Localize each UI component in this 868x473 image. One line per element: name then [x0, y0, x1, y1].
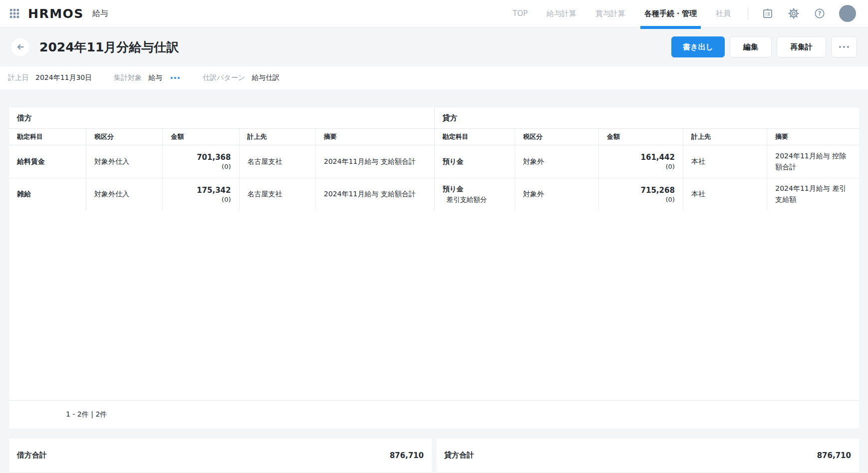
tax-class-cell: 対象外仕入 — [86, 145, 163, 178]
debit-total-amount: 876,710 — [390, 451, 424, 460]
journal-meta-bar: 計上日 2024年11月30日 集計対象 給与 仕訳パターン 給与仕訳 — [0, 66, 868, 89]
credit-total-card: 貸方合計 876,710 — [436, 439, 859, 472]
aggregation-target-group: 集計対象 給与 — [114, 73, 181, 82]
journal-pattern-group: 仕訳パターン 給与仕訳 — [203, 73, 280, 82]
page-header: 2024年11月分給与仕訳 書き出し 編集 再集計 — [0, 27, 868, 66]
more-actions-button[interactable] — [831, 36, 857, 57]
debit-row-2: 雑給 対象外仕入 175,342 (0) 名古屋支社 2024年11月給与 支給… — [9, 178, 434, 210]
column-header-location: 計上先 — [683, 129, 767, 145]
top-navigation: HRMOS 給与 TOP 給与計算 賞与計算 各種手続・管理 社員 — [0, 0, 868, 27]
amount-cell: 161,442 (0) — [599, 145, 683, 178]
journal-pattern-value: 給与仕訳 — [252, 73, 280, 82]
amount-cell: 175,342 (0) — [163, 178, 239, 210]
credit-row-1: 預り金 対象外 161,442 (0) 本社 2024年11月給与 控除額合計 — [435, 145, 860, 178]
journal-card: 借方 勘定科目 税区分 金額 計上先 摘要 給料賃金 対象外仕入 701,368… — [9, 107, 859, 429]
summary-cell: 2024年11月給与 差引支給額 — [767, 178, 859, 210]
totals-footer: 借方合計 876,710 貸方合計 876,710 — [9, 439, 859, 472]
location-cell: 本社 — [683, 178, 767, 210]
column-header-location: 計上先 — [240, 129, 316, 145]
pagination-bar: 1 - 2件 | 2件 — [9, 400, 859, 429]
primary-nav: TOP 給与計算 賞与計算 各種手続・管理 社員 — [513, 0, 731, 27]
location-cell: 名古屋支社 — [240, 145, 316, 178]
location-cell: 本社 — [683, 145, 767, 178]
column-header-tax-class: 税区分 — [86, 129, 163, 145]
pagination-count: 1 - 2件 | 2件 — [66, 410, 107, 419]
aggregation-target-label: 集計対象 — [114, 73, 142, 82]
account-cell: 預り金 差引支給額分 — [435, 178, 516, 210]
tax-class-cell: 対象外仕入 — [86, 178, 163, 210]
summary-cell: 2024年11月給与 控除額合計 — [767, 145, 859, 178]
brand-logo[interactable]: HRMOS 給与 — [28, 6, 108, 21]
credit-row-2: 預り金 差引支給額分 対象外 715,268 (0) 本社 2024年11月給与… — [435, 178, 860, 210]
debit-row-1: 給料賃金 対象外仕入 701,368 (0) 名古屋支社 2024年11月給与 … — [9, 145, 434, 178]
recalculate-button[interactable]: 再集計 — [777, 36, 826, 57]
nav-item-bonus-calc[interactable]: 賞与計算 — [595, 0, 625, 27]
location-cell: 名古屋支社 — [240, 178, 316, 210]
journal-pattern-label: 仕訳パターン — [203, 73, 245, 82]
summary-cell: 2024年11月給与 支給額合計 — [316, 145, 434, 178]
column-header-amount: 金額 — [163, 129, 239, 145]
tax-class-cell: 対象外 — [515, 178, 599, 210]
app-grid-icon[interactable] — [8, 7, 21, 20]
posting-date-label: 計上日 — [8, 73, 29, 82]
nav-item-payroll-calc[interactable]: 給与計算 — [547, 0, 577, 27]
credit-column-headers: 勘定科目 税区分 金額 計上先 摘要 — [435, 129, 860, 145]
logo-text: HRMOS — [28, 6, 84, 21]
tax-class-cell: 対象外 — [515, 145, 599, 178]
aggregation-target-more-icon[interactable] — [170, 75, 181, 81]
nav-item-employees[interactable]: 社員 — [716, 0, 731, 27]
edit-button[interactable]: 編集 — [730, 36, 772, 57]
product-name: 給与 — [92, 8, 108, 19]
header-actions: 書き出し 編集 再集計 — [671, 36, 857, 57]
debit-column-headers: 勘定科目 税区分 金額 計上先 摘要 — [9, 129, 434, 145]
ellipsis-icon — [839, 46, 841, 48]
nav-item-procedures-management[interactable]: 各種手続・管理 — [644, 0, 697, 27]
settings-gear-icon[interactable] — [787, 7, 800, 20]
column-header-account: 勘定科目 — [9, 129, 86, 145]
nav-item-top[interactable]: TOP — [513, 0, 528, 27]
svg-text:?: ? — [818, 10, 822, 17]
column-header-amount: 金額 — [599, 129, 683, 145]
nav-utilities: ? — [748, 5, 856, 22]
column-header-account: 勘定科目 — [435, 129, 516, 145]
column-header-tax-class: 税区分 — [515, 129, 599, 145]
debit-total-label: 借方合計 — [17, 451, 47, 460]
credit-total-amount: 876,710 — [817, 451, 851, 460]
account-cell: 預り金 — [435, 145, 516, 178]
aggregation-target-value: 給与 — [148, 73, 162, 82]
credit-group-header: 貸方 — [435, 107, 860, 129]
nav-divider — [748, 7, 748, 19]
summary-cell: 2024年11月給与 支給額合計 — [316, 178, 434, 210]
credit-total-label: 貸方合計 — [444, 451, 474, 460]
credit-table: 貸方 勘定科目 税区分 金額 計上先 摘要 預り金 対象外 161,442 (0… — [434, 107, 860, 210]
amount-cell: 715,268 (0) — [599, 178, 683, 210]
amount-cell: 701,368 (0) — [163, 145, 239, 178]
export-button[interactable]: 書き出し — [671, 36, 725, 57]
debit-table: 借方 勘定科目 税区分 金額 計上先 摘要 給料賃金 対象外仕入 701,368… — [9, 107, 434, 210]
page-title: 2024年11月分給与仕訳 — [39, 39, 179, 55]
column-header-summary: 摘要 — [767, 129, 859, 145]
debit-total-card: 借方合計 876,710 — [9, 439, 432, 472]
posting-date-value: 2024年11月30日 — [35, 73, 92, 82]
help-icon[interactable]: ? — [813, 7, 826, 20]
account-cell: 給料賃金 — [9, 145, 86, 178]
account-cell: 雑給 — [9, 178, 86, 210]
user-avatar[interactable] — [839, 5, 856, 22]
back-button[interactable] — [11, 38, 29, 56]
posting-date-group: 計上日 2024年11月30日 — [8, 73, 92, 82]
debit-group-header: 借方 — [9, 107, 434, 129]
journal-tables: 借方 勘定科目 税区分 金額 計上先 摘要 給料賃金 対象外仕入 701,368… — [9, 107, 859, 210]
column-header-summary: 摘要 — [316, 129, 434, 145]
table-empty-area — [9, 210, 859, 400]
notes-icon[interactable] — [761, 7, 774, 20]
